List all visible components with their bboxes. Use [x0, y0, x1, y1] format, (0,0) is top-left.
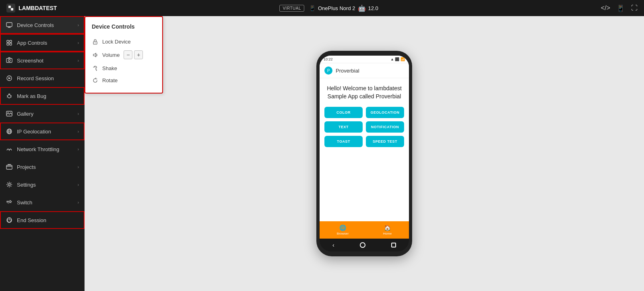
- sidebar-item-app-controls[interactable]: App Controls ›: [0, 34, 85, 52]
- device-controls-icon: [6, 21, 13, 29]
- network-chevron: ›: [78, 147, 79, 152]
- screenshot-chevron: ›: [78, 58, 79, 63]
- phone-app-bar: P Proverbial: [320, 63, 409, 78]
- sidebar-item-gallery-left: Gallery: [6, 110, 33, 117]
- sidebar-item-ip-geolocation[interactable]: IP Geolocation ›: [0, 123, 85, 140]
- svg-point-15: [8, 184, 10, 186]
- sidebar-item-network-throttling[interactable]: Network Throttling ›: [0, 140, 85, 158]
- sidebar-item-mark-as-bug[interactable]: Mark as Bug: [0, 87, 85, 105]
- browser-nav-icon: 🌐: [339, 224, 346, 231]
- record-session-icon: [6, 75, 13, 82]
- device-controls-popup: Device Controls Lock Device Volume − +: [85, 16, 163, 94]
- phone-status-icons: ▲ ⬛ 📶: [390, 57, 405, 61]
- svg-point-18: [95, 42, 95, 43]
- sidebar-item-switch-left: Switch: [6, 199, 32, 206]
- bottom-nav-browser[interactable]: 🌐 Browser: [337, 224, 349, 235]
- switch-icon: [6, 199, 13, 206]
- virtual-badge: VIRTUAL: [279, 5, 304, 12]
- fullscreen-icon[interactable]: ⛶: [631, 4, 638, 12]
- shake-item[interactable]: Shake: [92, 62, 156, 74]
- color-button[interactable]: COLOR: [324, 107, 363, 118]
- svg-rect-0: [6, 4, 15, 12]
- svg-point-7: [8, 60, 10, 62]
- shake-label: Shake: [102, 65, 117, 71]
- sidebar-item-end-session-label: End Session: [17, 217, 46, 223]
- sidebar-item-end-session-left: End Session: [6, 216, 46, 224]
- logo-icon: [6, 4, 15, 12]
- welcome-text: Hello! Welcome to lambdatest Sample App …: [324, 85, 404, 100]
- app-icon: P: [324, 67, 332, 75]
- phone-screen: 10:22 ▲ ⬛ 📶 P Proverbial Hello! Welcome …: [320, 56, 409, 239]
- sidebar-item-mark-as-bug-label: Mark as Bug: [17, 93, 46, 99]
- sidebar-item-settings-label: Settings: [17, 182, 36, 188]
- browser-nav-label: Browser: [337, 232, 349, 235]
- volume-buttons: − +: [124, 50, 143, 59]
- notification-button[interactable]: NOTIFICATION: [366, 121, 404, 133]
- phone-content: Hello! Welcome to lambdatest Sample App …: [320, 78, 409, 221]
- app-controls-chevron: ›: [78, 41, 79, 45]
- volume-controls: − +: [124, 50, 156, 59]
- svg-rect-3: [10, 40, 12, 42]
- sidebar-item-screenshot[interactable]: Screenshot ›: [0, 52, 85, 69]
- sidebar-item-record-left: Record Session: [6, 75, 54, 82]
- volume-minus-button[interactable]: −: [124, 50, 132, 59]
- sidebar-item-network-throttling-label: Network Throttling: [17, 146, 59, 152]
- sidebar-item-screenshot-left: Screenshot: [6, 57, 43, 64]
- device-info: 📱 OnePlus Nord 2 🤖 12.0: [309, 4, 378, 12]
- ip-geo-chevron: ›: [78, 129, 79, 134]
- text-button[interactable]: TEXT: [324, 121, 363, 133]
- home-nav-icon: 🏠: [384, 224, 391, 231]
- phone-nav-bar: ‹: [320, 239, 409, 252]
- volume-item: Volume − +: [92, 48, 156, 62]
- gallery-chevron: ›: [78, 112, 79, 116]
- phone-status-bar: 10:22 ▲ ⬛ 📶: [320, 56, 409, 63]
- app-controls-icon: [6, 39, 13, 46]
- sidebar-item-projects[interactable]: Projects ›: [0, 158, 85, 176]
- svg-rect-4: [7, 43, 9, 45]
- sidebar-item-settings[interactable]: Settings ›: [0, 176, 85, 193]
- sidebar-item-projects-label: Projects: [17, 164, 36, 170]
- back-nav-button[interactable]: ‹: [332, 242, 334, 248]
- sidebar-item-switch[interactable]: Switch ›: [0, 193, 85, 211]
- svg-rect-14: [6, 165, 12, 169]
- sidebar-item-network-left: Network Throttling: [6, 146, 59, 153]
- sidebar-item-device-controls[interactable]: Device Controls ›: [0, 16, 85, 34]
- phone-icon: 📱: [309, 5, 316, 11]
- sidebar-item-projects-left: Projects: [6, 163, 36, 170]
- speed-test-button[interactable]: SPEED TEST: [366, 136, 404, 147]
- lock-device-item[interactable]: Lock Device: [92, 35, 156, 48]
- code-icon[interactable]: </>: [601, 4, 610, 12]
- sidebar-item-gallery[interactable]: Gallery ›: [0, 105, 85, 123]
- sidebar-item-record-session[interactable]: Record Session: [0, 69, 85, 87]
- sidebar-item-device-controls-label: Device Controls: [17, 22, 54, 28]
- geolocation-button[interactable]: GEOLOCATION: [366, 107, 404, 118]
- svg-rect-1: [6, 23, 12, 27]
- settings-chevron: ›: [78, 183, 79, 187]
- phone-area: 10:22 ▲ ⬛ 📶 P Proverbial Hello! Welcome …: [85, 16, 644, 291]
- sidebar-item-screenshot-label: Screenshot: [17, 58, 43, 64]
- popup-title: Device Controls: [92, 23, 156, 30]
- svg-rect-2: [7, 40, 9, 42]
- phone-mockup: 10:22 ▲ ⬛ 📶 P Proverbial Hello! Welcome …: [316, 51, 412, 256]
- app-buttons-grid: COLOR GEOLOCATION TEXT NOTIFICATION TOAS…: [324, 107, 404, 147]
- sidebar-item-gallery-label: Gallery: [17, 111, 33, 117]
- settings-icon: [6, 181, 13, 188]
- device-tools-icon[interactable]: 📱: [617, 4, 625, 12]
- header-center: VIRTUAL 📱 OnePlus Nord 2 🤖 12.0: [279, 4, 378, 12]
- sidebar-item-app-controls-left: App Controls: [6, 39, 47, 46]
- toast-button[interactable]: TOAST: [324, 136, 363, 147]
- phone-time: 10:22: [324, 57, 333, 61]
- header: LAMBDATEST VIRTUAL 📱 OnePlus Nord 2 🤖 12…: [0, 0, 644, 16]
- sidebar-item-ip-geo-left: IP Geolocation: [6, 128, 51, 135]
- sidebar-item-settings-left: Settings: [6, 181, 36, 188]
- volume-plus-button[interactable]: +: [134, 50, 143, 59]
- home-nav-label: Home: [383, 232, 392, 235]
- bottom-nav-home[interactable]: 🏠 Home: [383, 224, 392, 235]
- home-nav-button[interactable]: [360, 242, 365, 248]
- projects-icon: [6, 163, 13, 170]
- recents-nav-button[interactable]: [391, 243, 396, 247]
- rotate-item[interactable]: Rotate: [92, 74, 156, 86]
- sidebar-item-end-session[interactable]: End Session: [0, 211, 85, 229]
- device-controls-chevron: ›: [78, 23, 79, 27]
- svg-point-11: [8, 112, 8, 113]
